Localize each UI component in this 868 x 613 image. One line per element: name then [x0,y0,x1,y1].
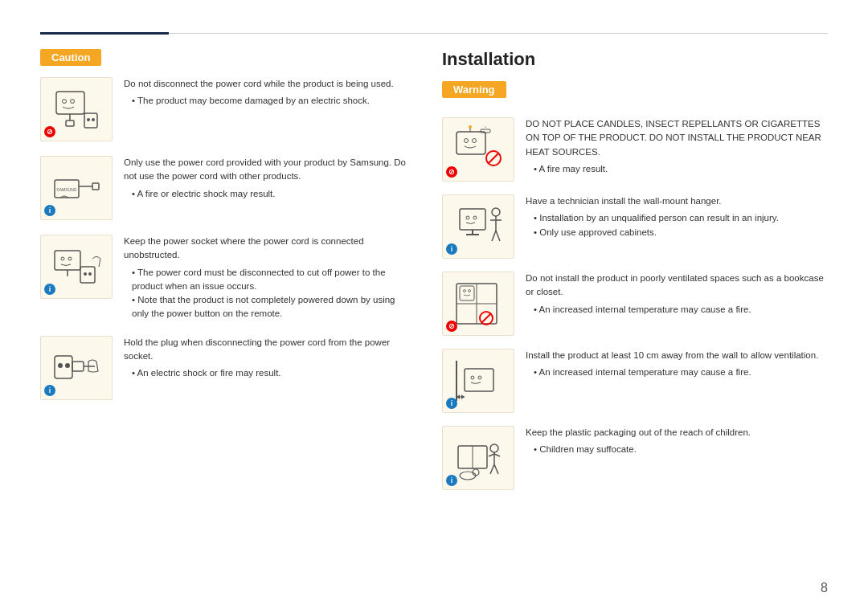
caution-2-main: Only use the power cord provided with yo… [124,156,410,184]
badge-red-install-1: ⊘ [446,166,457,178]
install-4-bullet-1: An increased internal temperature may ca… [534,366,828,379]
caution-1-bullets: The product may become damaged by an ele… [124,94,410,108]
caution-2-bullet-1: A fire or electric shock may result. [132,187,410,201]
illus-install-2-svg [450,202,506,251]
install-2-bullets: Installation by an unqualified person ca… [526,211,828,239]
badge-red-install-3: ⊘ [446,321,457,332]
illus-install-1-svg [450,125,506,174]
svg-line-41 [492,231,496,241]
svg-point-54 [478,376,481,379]
svg-point-60 [490,444,498,452]
caution-4-bullets: An electric shock or fire may result. [124,366,410,380]
badge-blue-install-5: i [446,475,457,486]
install-5-main: Keep the plastic packaging out of the re… [526,426,828,439]
svg-line-64 [490,464,494,474]
install-1-text: DO NOT PLACE CANDLES, INSECT REPELLANTS … [526,117,828,176]
svg-rect-19 [55,356,72,378]
illus-install-3-svg [450,280,506,328]
caution-item-4: i Hold the plug when disconnecting the p… [40,336,410,400]
columns: Caution [40,49,828,589]
caution-4-bullet-1: An electric shock or fire may result. [132,366,410,380]
svg-text:SAMSUNG: SAMSUNG [56,187,76,192]
svg-line-42 [496,231,500,241]
caution-1-bullet-1: The product may become damaged by an ele… [132,94,410,108]
caution-2-bullets: A fire or electric shock may result. [124,187,410,201]
install-5-bullet-1: Children may suffocate. [534,443,828,456]
illus-install-4: i [442,349,514,413]
illus-caution-2-svg: SAMSUNG [48,164,104,212]
illus-install-2: i [442,194,514,259]
warning-badge: Warning [442,81,506,98]
svg-line-50 [481,313,491,323]
illus-caution-2: SAMSUNG i [40,156,113,220]
install-5-text: Keep the plastic packaging out of the re… [526,426,828,457]
install-4-text: Install the product at least 10 cm away … [526,349,828,380]
svg-line-62 [489,454,494,456]
svg-rect-46 [460,286,474,300]
install-1-main: DO NOT PLACE CANDLES, INSECT REPELLANTS … [526,117,828,159]
svg-rect-33 [460,209,485,230]
svg-rect-22 [72,362,84,371]
caution-item-2: SAMSUNG i Only use the power cord provid… [40,156,410,220]
install-5-bullets: Children may suffocate. [526,443,828,456]
svg-point-34 [466,216,469,219]
svg-rect-11 [92,183,99,190]
top-rules [40,32,828,35]
badge-blue-install-2: i [446,243,457,255]
install-item-5: i Keep the plastic packaging out of the … [442,426,828,490]
install-1-bullets: A fire may result. [526,162,828,176]
page-number: 8 [821,581,828,595]
caution-1-main: Do not disconnect the power cord while t… [124,77,410,91]
install-4-bullets: An increased internal temperature may ca… [526,366,828,379]
illus-caution-3-svg [48,243,104,291]
caution-3-bullets: The power cord must be disconnected to c… [124,266,410,321]
svg-line-65 [494,464,498,474]
svg-point-26 [473,139,477,143]
svg-point-7 [92,118,95,121]
svg-point-18 [88,272,92,276]
rule-dark [40,32,169,35]
illus-install-5-svg [450,434,506,482]
caution-3-main: Keep the power socket where the power co… [124,235,410,263]
illus-caution-4-svg [48,344,104,392]
install-item-1: ⊘ DO NOT PLACE CANDLES, INSECT REPELLANT… [442,117,828,182]
svg-rect-52 [465,369,493,391]
left-column: Caution [40,49,410,589]
caution-2-text: Only use the power cord provided with yo… [124,156,410,201]
illus-caution-4: i [40,336,113,400]
svg-point-13 [61,257,64,260]
svg-point-20 [58,363,63,368]
rule-light [169,33,828,34]
install-item-3: ⊘ Do not install the product in poorly v… [442,272,828,336]
caution-4-main: Hold the plug when disconnecting the pow… [124,336,410,364]
badge-blue-2: i [44,205,55,216]
svg-rect-4 [66,121,74,126]
caution-4-text: Hold the plug when disconnecting the pow… [124,336,410,381]
svg-point-35 [473,216,477,219]
svg-point-17 [84,272,87,276]
illus-install-5: i [442,426,514,490]
caution-item-3: i Keep the power socket where the power … [40,235,410,321]
svg-point-14 [68,257,72,260]
svg-rect-16 [80,267,95,283]
install-3-main: Do not install the product in poorly ven… [526,272,828,300]
svg-point-2 [71,100,75,104]
badge-red-1: ⊘ [44,126,55,137]
illus-install-1: ⊘ [442,117,514,182]
install-2-text: Have a technician install the wall-mount… [526,194,828,239]
caution-3-text: Keep the power socket where the power co… [124,235,410,321]
svg-rect-12 [55,251,80,270]
install-1-bullet-1: A fire may result. [534,162,828,176]
caution-item-1: ⊘ Do not disconnect the power cord while… [40,77,410,141]
badge-blue-install-4: i [446,398,457,409]
right-column: Installation Warning [442,49,828,589]
caution-3-bullet-2: Note that the product is not completely … [132,293,410,321]
svg-point-28 [469,125,472,129]
illus-caution-1-svg [48,85,104,133]
install-3-text: Do not install the product in poorly ven… [526,272,828,317]
install-3-bullet-1: An increased internal temperature may ca… [534,303,828,317]
install-4-main: Install the product at least 10 cm away … [526,349,828,362]
svg-line-63 [494,454,500,456]
svg-rect-24 [457,132,485,154]
install-2-main: Have a technician install the wall-mount… [526,194,828,208]
